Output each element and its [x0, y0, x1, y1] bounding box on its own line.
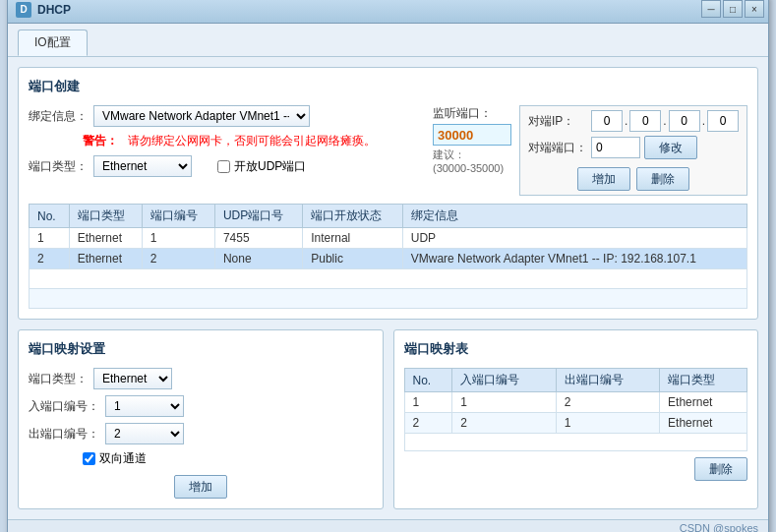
- cell-no: 2: [30, 249, 70, 269]
- remote-port-input[interactable]: [591, 137, 640, 158]
- main-content: 端口创建 绑定信息： VMware Network Adapter VMnet1…: [8, 57, 768, 519]
- cell-binding: VMware Network Adapter VMnet1 -- IP: 192…: [402, 249, 746, 269]
- port-type-label: 端口类型：: [29, 158, 88, 175]
- titlebar: D DHCP ─ □ ×: [8, 0, 768, 24]
- bidirectional-label: 双向通道: [99, 450, 147, 467]
- col-type: 端口类型: [69, 205, 142, 228]
- cell-type: Ethernet: [69, 249, 142, 269]
- col-no: No.: [30, 205, 70, 228]
- minimize-button[interactable]: ─: [701, 0, 721, 18]
- mapping-row[interactable]: 1 1 2 Ethernet: [404, 392, 747, 413]
- col-binding: 绑定信息: [402, 205, 746, 228]
- listen-hint: 建议：(30000-35000): [433, 148, 504, 174]
- map-cell-no: 1: [404, 392, 452, 413]
- port-creation-title: 端口创建: [29, 78, 747, 95]
- binding-select[interactable]: VMware Network Adapter VMnet1 -- IP: 192…: [93, 105, 310, 127]
- main-window: D DHCP ─ □ × IO配置 端口创建 绑定信息： VMwa: [7, 0, 769, 532]
- in-port-label: 入端口编号：: [29, 398, 99, 415]
- titlebar-buttons: ─ □ ×: [701, 0, 764, 18]
- col-udp: UDP端口号: [214, 205, 302, 228]
- add-mapping-button[interactable]: 增加: [174, 475, 227, 499]
- add-port-button[interactable]: 增加: [577, 167, 630, 191]
- mapping-data-table: No. 入端口编号 出端口编号 端口类型 1 1 2 Ethernet: [404, 368, 748, 451]
- map-col-type: 端口类型: [660, 369, 747, 392]
- col-id: 端口编号: [142, 205, 214, 228]
- out-port-row: 出端口编号： 2: [29, 423, 373, 444]
- in-port-select[interactable]: 1: [105, 395, 184, 417]
- modify-button[interactable]: 修改: [644, 136, 697, 159]
- cell-no: 1: [30, 228, 70, 249]
- map-col-no: No.: [404, 369, 452, 392]
- table-row-empty: [30, 289, 747, 309]
- remote-port-label: 对端端口：: [528, 140, 587, 156]
- close-button[interactable]: ×: [745, 0, 764, 18]
- port-type-row: 端口类型： Ethernet 开放UDP端口: [29, 155, 423, 177]
- remote-ip-label: 对端IP：: [528, 113, 587, 130]
- table-row[interactable]: 1 Ethernet 1 7455 Internal UDP: [30, 228, 747, 249]
- bidirectional-checkbox[interactable]: [83, 452, 95, 465]
- warning-row: 警告： 请勿绑定公网网卡，否则可能会引起网络瘫痪。: [83, 133, 423, 149]
- cell-status: Internal: [303, 228, 402, 249]
- cell-id: 2: [142, 249, 214, 269]
- mapping-row-empty: [404, 434, 747, 451]
- map-cell-out: 1: [556, 413, 659, 434]
- table-row-empty: [30, 269, 747, 289]
- bottom-row: 端口映射设置 端口类型： Ethernet 入端口编号： 1 出端口编号：: [18, 329, 758, 509]
- remote-ip-row: 对端IP： . . .: [528, 110, 739, 132]
- map-col-in: 入端口编号: [452, 369, 556, 392]
- port-creation-section: 端口创建 绑定信息： VMware Network Adapter VMnet1…: [18, 67, 758, 320]
- delete-mapping-button[interactable]: 删除: [694, 457, 747, 481]
- footer: CSDN @spokes: [8, 519, 768, 532]
- out-port-label: 出端口编号：: [29, 426, 99, 443]
- maximize-button[interactable]: □: [723, 0, 743, 18]
- mapping-table-title: 端口映射表: [404, 340, 748, 358]
- map-cell-in: 1: [452, 392, 556, 413]
- out-port-select[interactable]: 2: [105, 423, 184, 444]
- mapping-type-select[interactable]: Ethernet: [93, 368, 172, 389]
- mapping-type-label: 端口类型：: [29, 371, 88, 387]
- map-cell-type: Ethernet: [660, 392, 747, 413]
- udp-checkbox-row: 开放UDP端口: [217, 158, 306, 175]
- mapping-settings-title: 端口映射设置: [29, 340, 373, 358]
- tab-bar: IO配置: [8, 24, 768, 57]
- cell-type: Ethernet: [69, 228, 142, 249]
- map-cell-in: 2: [452, 413, 556, 434]
- cell-status: Public: [303, 249, 402, 269]
- delete-port-button[interactable]: 删除: [636, 167, 689, 191]
- remote-section: 对端IP： . . . 对端: [519, 105, 747, 196]
- port-mapping-settings: 端口映射设置 端口类型： Ethernet 入端口编号： 1 出端口编号：: [18, 329, 384, 509]
- map-cell-type: Ethernet: [660, 413, 747, 434]
- cell-id: 1: [142, 228, 214, 249]
- port-mapping-table: 端口映射表 No. 入端口编号 出端口编号 端口类型 1 1: [393, 329, 759, 509]
- ip-octet-4[interactable]: [707, 110, 739, 132]
- ip-octet-1[interactable]: [591, 110, 623, 132]
- col-status: 端口开放状态: [303, 205, 402, 228]
- warning-label: 警告：: [83, 133, 118, 149]
- remote-port-row: 对端端口： 修改: [528, 136, 739, 159]
- ip-octet-3[interactable]: [669, 110, 700, 132]
- port-type-select[interactable]: Ethernet: [93, 155, 192, 177]
- ip-inputs: . . .: [591, 110, 739, 132]
- cell-binding: UDP: [402, 228, 746, 249]
- listen-section: 监听端口： 建议：(30000-35000): [433, 105, 511, 174]
- mapping-row[interactable]: 2 2 1 Ethernet: [404, 413, 747, 434]
- cell-udp: 7455: [214, 228, 302, 249]
- footer-text: CSDN @spokes: [680, 522, 758, 532]
- map-cell-out: 2: [556, 392, 659, 413]
- cell-udp: None: [214, 249, 302, 269]
- ports-table: No. 端口类型 端口编号 UDP端口号 端口开放状态 绑定信息 1 Ether…: [29, 204, 747, 309]
- binding-row: 绑定信息： VMware Network Adapter VMnet1 -- I…: [29, 105, 423, 127]
- table-row[interactable]: 2 Ethernet 2 None Public VMware Network …: [30, 249, 747, 269]
- listen-port-label: 监听端口：: [433, 105, 492, 122]
- listen-port-input[interactable]: [433, 124, 511, 146]
- app-icon: D: [16, 2, 31, 18]
- ip-octet-2[interactable]: [629, 110, 661, 132]
- window-title: DHCP: [37, 3, 71, 17]
- bidirectional-row: 双向通道: [83, 450, 373, 467]
- udp-checkbox-label: 开放UDP端口: [234, 158, 306, 175]
- in-port-row: 入端口编号： 1: [29, 395, 373, 417]
- map-col-out: 出端口编号: [556, 369, 659, 392]
- udp-checkbox[interactable]: [217, 160, 230, 173]
- tab-io-config[interactable]: IO配置: [18, 30, 88, 56]
- map-cell-no: 2: [404, 413, 452, 434]
